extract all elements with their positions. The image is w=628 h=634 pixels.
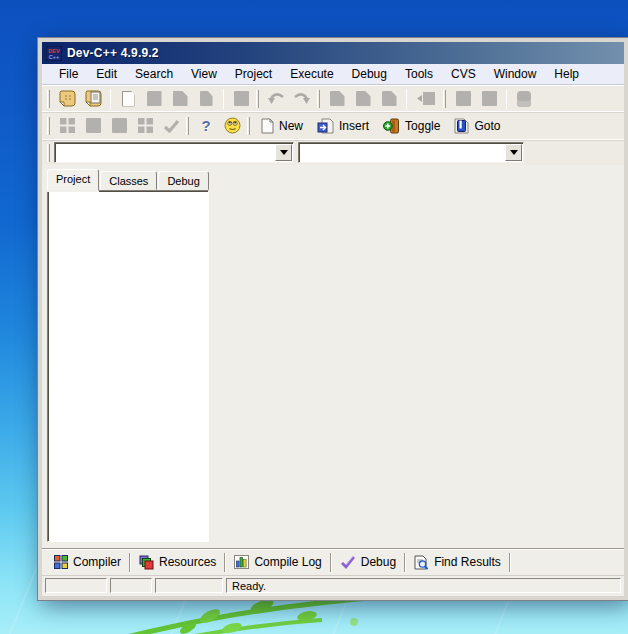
- toolbar-gripper[interactable]: [47, 117, 50, 135]
- tab-separator: [224, 553, 226, 572]
- compile-run-icon: [382, 91, 397, 106]
- resources-icon: [139, 555, 154, 570]
- new-page-icon: [261, 118, 274, 134]
- new-button-label: New: [279, 119, 303, 133]
- compile-log-icon: [234, 555, 249, 569]
- menu-window[interactable]: Window: [485, 65, 546, 83]
- tab-debug-label: Debug: [361, 555, 396, 569]
- project-options-button-disabled: [132, 114, 158, 138]
- profiling-analysis-button-disabled: [511, 87, 537, 111]
- tab-find-results-label: Find Results: [434, 555, 501, 569]
- project-options-icon: [138, 118, 153, 133]
- symbol-combobox-dropdown-button[interactable]: [275, 144, 292, 161]
- status-panel-message: Ready.: [226, 578, 621, 593]
- menu-edit[interactable]: Edit: [87, 65, 126, 83]
- debug-check-icon: [340, 555, 356, 569]
- tab-separator: [404, 553, 406, 572]
- menu-cvs[interactable]: CVS: [442, 65, 485, 83]
- tab-compiler[interactable]: Compiler: [47, 552, 128, 572]
- menu-project[interactable]: Project: [226, 65, 281, 83]
- toolbar-separator: [406, 89, 407, 109]
- menu-help[interactable]: Help: [545, 65, 588, 83]
- member-combobox-value[interactable]: [299, 143, 504, 162]
- toolbar-gripper[interactable]: [186, 117, 189, 135]
- report-tabs: Compiler Resources Compile: [42, 548, 624, 575]
- toolbar-gripper[interactable]: [443, 90, 446, 108]
- tab-separator: [129, 553, 131, 572]
- undo-icon: [267, 91, 285, 106]
- undo-button-disabled: [263, 87, 289, 111]
- save-all-icon: [200, 91, 213, 106]
- tab-separator: [330, 553, 332, 572]
- tab-resources[interactable]: Resources: [132, 552, 223, 573]
- status-bar: Ready.: [42, 575, 624, 596]
- toolbar-project-specials: ? New: [42, 111, 624, 139]
- window-title: Dev-C++ 4.9.9.2: [67, 46, 159, 60]
- menu-execute[interactable]: Execute: [281, 65, 342, 83]
- menu-view[interactable]: View: [182, 65, 226, 83]
- compile-icon: [330, 91, 345, 106]
- insert-button-label: Insert: [339, 119, 369, 133]
- browser-tabs: Project Classes Debug: [47, 168, 209, 190]
- new-button[interactable]: New: [254, 115, 310, 137]
- profile-button-disabled: [476, 87, 502, 111]
- status-panel-modified: [110, 578, 152, 593]
- menu-debug[interactable]: Debug: [343, 65, 396, 83]
- project-tree-panel[interactable]: [47, 190, 209, 542]
- open-file-button[interactable]: [80, 87, 106, 111]
- run-icon: [356, 91, 371, 106]
- menu-tools[interactable]: Tools: [396, 65, 442, 83]
- tab-resources-label: Resources: [159, 555, 216, 569]
- save-as-button-disabled: [167, 87, 193, 111]
- menu-search[interactable]: Search: [126, 65, 182, 83]
- svg-text:C++: C++: [49, 54, 60, 60]
- toolbar-gripper[interactable]: [47, 144, 50, 162]
- help-icon: ?: [201, 117, 210, 134]
- tab-debug[interactable]: Debug: [158, 171, 208, 190]
- toolbar-gripper[interactable]: [256, 90, 259, 108]
- menu-file[interactable]: File: [50, 65, 87, 83]
- remove-from-project-icon: [86, 118, 101, 133]
- toolbar-gripper[interactable]: [47, 90, 50, 108]
- symbol-combobox[interactable]: [54, 142, 294, 163]
- tab-classes[interactable]: Classes: [100, 171, 157, 190]
- devcpp-app-icon: DEV C++: [46, 46, 62, 61]
- member-combobox[interactable]: [298, 142, 524, 163]
- tip-of-day-button[interactable]: [219, 114, 245, 138]
- help-button[interactable]: ?: [193, 114, 219, 138]
- add-to-project-icon: [60, 118, 75, 133]
- new-source-icon: [122, 91, 135, 107]
- insert-button[interactable]: Insert: [310, 115, 376, 137]
- rebuild-button-disabled: [411, 87, 441, 111]
- open-project-button[interactable]: [54, 87, 80, 111]
- compiler-icon: [54, 555, 68, 569]
- find-results-icon: [414, 555, 429, 570]
- toolbar-classbrowser: [42, 139, 624, 165]
- tab-compile-log[interactable]: Compile Log: [227, 552, 328, 572]
- save-button-disabled: [141, 87, 167, 111]
- rebuild-icon: [416, 91, 436, 106]
- compile-button-disabled: [324, 87, 350, 111]
- syntax-check-button-disabled: [158, 114, 184, 138]
- project-properties-button-disabled: [106, 114, 132, 138]
- toolbar-gripper[interactable]: [317, 90, 320, 108]
- run-button-disabled: [350, 87, 376, 111]
- compile-run-button-disabled: [376, 87, 402, 111]
- title-bar[interactable]: DEV C++ Dev-C++ 4.9.9.2: [42, 42, 624, 64]
- goto-button[interactable]: Goto: [447, 115, 507, 137]
- debug-run-icon: [456, 91, 471, 106]
- toolbar-main: [42, 85, 624, 111]
- wallpaper-branch-graphic: [92, 594, 412, 634]
- profile-icon: [482, 91, 497, 106]
- toggle-button[interactable]: Toggle: [376, 115, 447, 137]
- tip-of-day-icon: [224, 117, 241, 134]
- insert-icon: [317, 118, 334, 134]
- save-icon: [147, 91, 162, 106]
- symbol-combobox-value[interactable]: [55, 143, 274, 162]
- tab-project[interactable]: Project: [47, 169, 99, 191]
- member-combobox-dropdown-button[interactable]: [505, 144, 522, 161]
- profiling-analysis-icon: [517, 91, 531, 107]
- toolbar-gripper[interactable]: [247, 117, 250, 135]
- tab-debug[interactable]: Debug: [333, 552, 403, 572]
- tab-find-results[interactable]: Find Results: [407, 552, 508, 573]
